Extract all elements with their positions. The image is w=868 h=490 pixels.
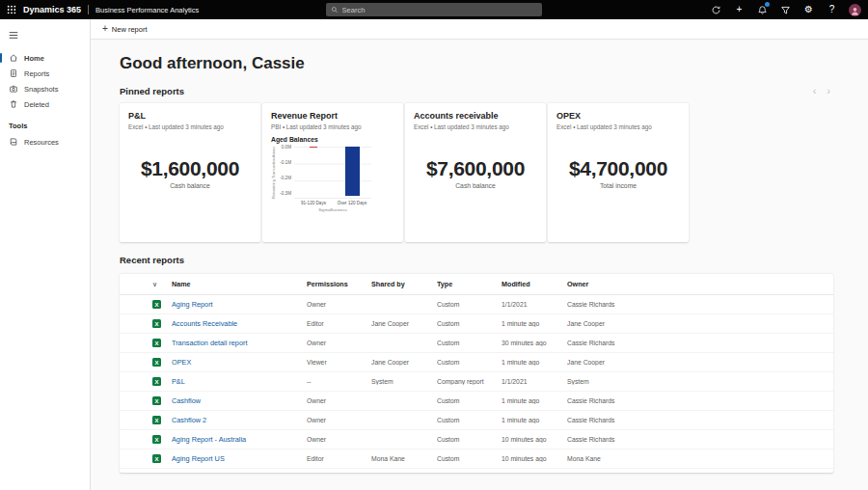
excel-icon: X — [152, 300, 161, 309]
pinned-card-revenue-report[interactable]: Revenue Report PBI • Last updated 3 minu… — [262, 103, 403, 242]
sidebar: Home Reports Snapshots Deleted Tools Res… — [0, 19, 91, 490]
table-row[interactable]: X Aging Report US Editor Mona Kane Custo… — [120, 449, 833, 469]
sidebar-item-deleted[interactable]: Deleted — [0, 96, 90, 112]
card-title: Accounts receivable — [414, 111, 537, 121]
report-name-link[interactable]: P&L — [172, 377, 185, 386]
report-name-link[interactable]: OPEX — [172, 358, 191, 367]
new-report-button[interactable]: + New report — [96, 21, 153, 37]
chevron-left-icon[interactable]: ‹ — [813, 86, 817, 96]
stat-label: Cash balance — [120, 182, 260, 189]
chart-x-axis-caption: SigmaBusiness — [294, 207, 371, 212]
column-header-permissions[interactable]: Permissions — [307, 280, 371, 288]
app-name[interactable]: Business Performance Analytics — [95, 6, 199, 14]
stat-value: $1,600,000 — [120, 157, 260, 180]
excel-icon: X — [152, 396, 161, 405]
filter-icon[interactable] — [779, 4, 792, 16]
pinned-card-pl[interactable]: P&L Excel • Last updated 3 minutes ago $… — [120, 103, 260, 242]
global-search[interactable] — [326, 3, 542, 16]
card-title: OPEX — [556, 111, 680, 121]
user-avatar[interactable] — [849, 4, 861, 16]
report-shared-by: System — [371, 378, 437, 385]
waffle-icon — [7, 5, 16, 14]
trash-icon — [9, 99, 18, 109]
report-name-link[interactable]: Aging Report — [172, 300, 213, 309]
report-name-link[interactable]: Accounts Receivable — [172, 319, 237, 328]
report-type: Custom — [437, 455, 502, 462]
home-icon — [9, 53, 18, 63]
report-permissions: Owner — [307, 436, 371, 443]
sidebar-item-label: Snapshots — [24, 85, 58, 94]
report-name-link[interactable]: Cashflow — [172, 396, 201, 405]
report-name-link[interactable]: Aging Report - Australia — [172, 435, 246, 444]
table-row[interactable]: X Cashflow 2 Owner Custom 1 minute ago C… — [120, 411, 833, 430]
chart-y-ticks: 0.0M -0.1M -0.2M -0.3M — [278, 145, 294, 197]
report-permissions: Owner — [307, 417, 371, 423]
stat-value: $4,700,000 — [548, 157, 689, 180]
excel-icon: X — [152, 416, 161, 424]
notifications-bell-icon[interactable] — [756, 4, 769, 16]
report-owner: System — [567, 378, 833, 385]
report-modified: 1 minute ago — [502, 397, 567, 404]
table-row[interactable]: X P&L -- System Company report 1/1/2021 … — [120, 372, 833, 392]
app-launcher-waffle-icon[interactable] — [0, 0, 23, 19]
report-type: Custom — [437, 359, 502, 366]
report-name-link[interactable]: Aging Report US — [172, 454, 225, 463]
settings-gear-icon[interactable]: ⚙ — [802, 4, 815, 16]
excel-icon: X — [152, 319, 161, 328]
excel-icon: X — [152, 339, 161, 347]
sidebar-item-label: Deleted — [24, 100, 49, 109]
person-icon — [850, 6, 860, 16]
excel-icon: X — [152, 358, 161, 367]
report-owner: Cassie Richards — [567, 397, 833, 404]
quick-create-plus-icon[interactable]: + — [733, 4, 746, 16]
report-modified: 10 minutes ago — [502, 436, 567, 443]
table-row[interactable]: X Accounts Receivable Editor Jane Cooper… — [120, 314, 833, 334]
plus-icon: + — [102, 24, 108, 34]
report-owner: Cassie Richards — [567, 417, 833, 423]
report-owner: Jane Cooper — [567, 320, 833, 327]
report-modified: 30 minutes ago — [502, 340, 567, 346]
sidebar-item-snapshots[interactable]: Snapshots — [0, 81, 90, 96]
card-stat: $7,600,000 Cash balance — [405, 157, 546, 189]
select-all-header[interactable]: ∨ — [120, 281, 172, 288]
report-name-link[interactable]: Cashflow 2 — [172, 416, 206, 424]
sidebar-item-home[interactable]: Home — [0, 50, 90, 66]
camera-icon — [9, 84, 18, 94]
report-modified: 1 minute ago — [502, 320, 567, 327]
book-icon — [9, 137, 18, 147]
chevron-right-icon[interactable]: › — [827, 86, 830, 96]
card-subtitle: Excel • Last updated 3 minutes ago — [128, 123, 252, 130]
table-body: X Aging Report Owner Custom 1/1/2021 Cas… — [120, 295, 833, 469]
table-row[interactable]: X Aging Report Owner Custom 1/1/2021 Cas… — [120, 295, 833, 314]
sync-icon[interactable] — [710, 4, 722, 16]
column-header-modified[interactable]: Modified — [502, 280, 567, 288]
new-report-label: New report — [112, 25, 148, 34]
topbar-divider — [88, 5, 89, 14]
column-header-owner[interactable]: Owner — [567, 280, 833, 288]
report-name-link[interactable]: Transaction detail report — [172, 339, 247, 347]
brand-title[interactable]: Dynamics 365 — [23, 5, 81, 14]
search-input[interactable] — [342, 6, 537, 14]
pinned-card-accounts-receivable[interactable]: Accounts receivable Excel • Last updated… — [405, 103, 546, 242]
column-header-name[interactable]: Name — [172, 280, 307, 288]
sidebar-item-resources[interactable]: Resources — [0, 134, 90, 150]
column-header-type[interactable]: Type — [437, 280, 502, 288]
pinned-card-opex[interactable]: OPEX Excel • Last updated 3 minutes ago … — [548, 103, 689, 242]
table-row[interactable]: X Aging Report - Australia Owner Custom … — [120, 430, 833, 449]
report-owner: Cassie Richards — [567, 436, 833, 443]
card-title: Revenue Report — [271, 111, 394, 121]
card-subtitle: PBI • Last updated 3 minutes ago — [271, 123, 394, 130]
column-header-shared-by[interactable]: Shared by — [371, 280, 437, 288]
help-icon[interactable]: ? — [826, 4, 838, 16]
report-owner: Cassie Richards — [567, 340, 833, 346]
hamburger-menu-icon[interactable] — [0, 19, 90, 50]
excel-icon: X — [152, 377, 161, 386]
sidebar-item-reports[interactable]: Reports — [0, 66, 90, 81]
table-row[interactable]: X Transaction detail report Owner Custom… — [120, 334, 833, 353]
chart-y-axis-label: Remaining TransactionAmount — [271, 147, 278, 199]
table-row[interactable]: X OPEX Viewer Jane Cooper Custom 1 minut… — [120, 353, 833, 372]
greeting-title: Good afternoon, Cassie — [120, 54, 833, 73]
table-row[interactable]: X Cashflow Owner Custom 1 minute ago Cas… — [120, 392, 833, 411]
chevron-down-icon: ∨ — [152, 281, 157, 287]
top-bar: Dynamics 365 Business Performance Analyt… — [0, 0, 868, 19]
